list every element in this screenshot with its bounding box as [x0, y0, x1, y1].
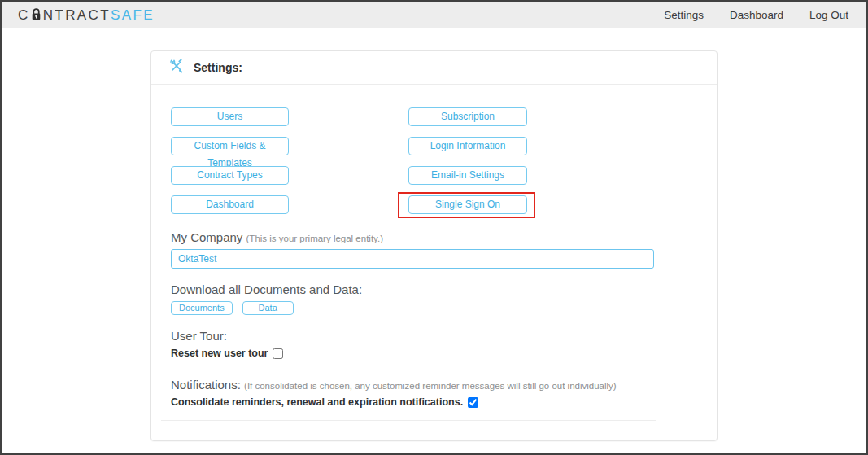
settings-panel: Settings: Users Subscription Custom Fiel… [150, 50, 718, 441]
settings-button-row: Custom Fields & Templates Login Informat… [171, 137, 697, 155]
padlock-icon [31, 8, 42, 21]
download-documents-button[interactable]: Documents [171, 301, 233, 315]
dashboard-button[interactable]: Dashboard [171, 195, 289, 214]
subscription-button[interactable]: Subscription [408, 107, 527, 126]
users-button[interactable]: Users [171, 107, 289, 126]
consolidate-notifications-checkbox[interactable] [468, 397, 478, 408]
logo-text-prefix: C [18, 8, 30, 22]
my-company-heading: My Company (This is your primary legal e… [171, 230, 697, 244]
download-section: Download all Documents and Data: Documen… [171, 282, 697, 315]
notifications-section: Notifications: (If consolidated is chose… [171, 378, 697, 408]
contractsafe-logo[interactable]: C NTRACT SAFE [18, 8, 155, 22]
nav-logout-link[interactable]: Log Out [809, 9, 848, 21]
panel-bottom-divider [161, 420, 656, 421]
notifications-label: Notifications: [171, 378, 241, 392]
app-window: C NTRACT SAFE Settings Dashboard Log Out [0, 0, 868, 455]
settings-panel-header: Settings: [151, 51, 717, 85]
top-navigation: Settings Dashboard Log Out [664, 9, 848, 21]
reset-user-tour-label: Reset new user tour [171, 348, 268, 359]
tools-icon [169, 59, 184, 77]
logo-text-mid: NTRACT [43, 8, 111, 22]
my-company-section: My Company (This is your primary legal e… [171, 230, 697, 269]
company-name-input[interactable] [171, 249, 654, 269]
single-sign-on-button[interactable]: Single Sign On [408, 195, 527, 214]
nav-dashboard-link[interactable]: Dashboard [730, 9, 783, 21]
user-tour-section: User Tour: Reset new user tour [171, 329, 697, 359]
settings-button-row: Dashboard Single Sign On [171, 195, 697, 214]
my-company-hint: (This is your primary legal entity.) [246, 234, 384, 243]
settings-button-row: Users Subscription [171, 107, 697, 126]
top-bar: C NTRACT SAFE Settings Dashboard Log Out [2, 2, 866, 28]
settings-button-row: Contract Types Email-in Settings [171, 166, 697, 185]
custom-fields-templates-button[interactable]: Custom Fields & Templates [171, 137, 289, 155]
contract-types-button[interactable]: Contract Types [171, 166, 289, 185]
reset-user-tour-checkbox[interactable] [273, 348, 283, 359]
download-heading: Download all Documents and Data: [171, 282, 697, 296]
consolidate-notifications-label: Consolidate reminders, renewal and expir… [171, 396, 463, 408]
reset-user-tour-row: Reset new user tour [171, 348, 697, 359]
notifications-heading: Notifications: (If consolidated is chose… [171, 378, 697, 392]
login-information-button[interactable]: Login Information [408, 137, 527, 155]
email-in-settings-button[interactable]: Email-in Settings [408, 166, 527, 185]
nav-settings-link[interactable]: Settings [664, 9, 704, 21]
settings-panel-body: Users Subscription Custom Fields & Templ… [151, 85, 717, 440]
download-data-button[interactable]: Data [242, 301, 294, 315]
logo-text-suffix: SAFE [111, 8, 155, 22]
consolidate-notifications-row: Consolidate reminders, renewal and expir… [171, 396, 697, 408]
notifications-hint: (If consolidated is chosen, any customiz… [244, 381, 617, 391]
user-tour-heading: User Tour: [171, 329, 697, 343]
my-company-label: My Company [171, 230, 242, 244]
panel-title: Settings: [194, 61, 242, 74]
